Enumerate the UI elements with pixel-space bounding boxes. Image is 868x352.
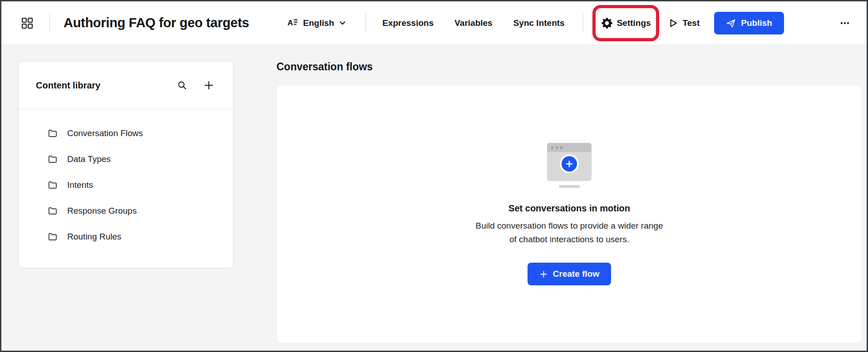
library-search-button[interactable] xyxy=(175,78,189,93)
folder-icon xyxy=(48,154,58,164)
sidebar-item-label: Intents xyxy=(67,180,93,190)
plus-circle-icon xyxy=(560,154,579,173)
content-library-header: Content library xyxy=(19,62,233,109)
language-label: English xyxy=(303,18,335,28)
folder-icon xyxy=(48,180,58,190)
settings-button[interactable]: Settings xyxy=(602,18,651,29)
publish-label: Publish xyxy=(741,18,772,28)
browser-dot xyxy=(551,147,553,149)
grid-icon xyxy=(20,16,34,30)
settings-label: Settings xyxy=(617,18,651,28)
sidebar-item-routing-rules[interactable]: Routing Rules xyxy=(19,224,233,249)
nav-variables[interactable]: Variables xyxy=(454,18,492,28)
topbar-nav: Expressions Variables Sync Intents xyxy=(382,18,564,28)
ellipsis-icon xyxy=(838,17,851,29)
sidebar-item-label: Data Types xyxy=(67,154,111,164)
sidebar-item-label: Conversation Flows xyxy=(67,128,143,138)
test-button[interactable]: Test xyxy=(668,18,700,28)
illustration-shadow-line xyxy=(559,185,580,188)
folder-icon xyxy=(48,206,58,216)
play-icon xyxy=(668,18,678,28)
settings-annotated-area: Settings xyxy=(602,18,651,29)
sidebar-item-intents[interactable]: Intents xyxy=(19,172,233,198)
sidebar-item-conversation-flows[interactable]: Conversation Flows xyxy=(19,120,233,146)
folder-icon xyxy=(48,232,58,242)
paper-plane-icon xyxy=(726,18,736,28)
content-library-title: Content library xyxy=(36,80,163,91)
sidebar-item-response-groups[interactable]: Response Groups xyxy=(19,198,233,224)
empty-state-description: Build conversation flows to provide a wi… xyxy=(471,219,667,246)
nav-expressions[interactable]: Expressions xyxy=(382,18,434,28)
sidebar-item-label: Routing Rules xyxy=(67,232,121,242)
topbar-divider xyxy=(49,13,50,33)
browser-dot xyxy=(556,147,558,149)
topbar-divider xyxy=(583,13,583,33)
apps-menu-button[interactable] xyxy=(19,15,36,32)
empty-state-title: Set conversations in motion xyxy=(508,203,630,214)
plus-icon xyxy=(203,79,215,91)
page-title: Authoring FAQ for geo targets xyxy=(64,15,249,30)
browser-window-plus-illustration xyxy=(547,143,592,188)
overflow-menu-button[interactable] xyxy=(837,15,853,31)
language-selector[interactable]: A English xyxy=(286,17,347,29)
topbar: Authoring FAQ for geo targets A English … xyxy=(1,1,867,45)
svg-text:A: A xyxy=(287,19,293,27)
content-library-panel: Content library xyxy=(18,61,233,268)
browser-dot xyxy=(560,147,562,149)
section-heading: Conversation flows xyxy=(276,61,373,73)
content-library-list: Conversation Flows Data Types Intents xyxy=(19,109,233,260)
browser-window-graphic xyxy=(547,143,592,181)
create-flow-label: Create flow xyxy=(553,269,599,279)
chevron-down-icon xyxy=(339,19,346,27)
app-window: Authoring FAQ for geo targets A English … xyxy=(0,0,868,352)
nav-sync-intents[interactable]: Sync Intents xyxy=(513,18,565,28)
sidebar-item-data-types[interactable]: Data Types xyxy=(19,146,233,172)
library-add-button[interactable] xyxy=(201,78,217,93)
test-label: Test xyxy=(683,18,700,28)
translate-icon: A xyxy=(286,17,299,29)
sidebar-item-label: Response Groups xyxy=(67,206,137,216)
folder-icon xyxy=(48,128,58,138)
browser-titlebar-graphic xyxy=(547,143,592,152)
conversation-flows-panel: Set conversations in motion Build conver… xyxy=(276,85,862,343)
plus-icon xyxy=(539,270,548,279)
topbar-divider xyxy=(365,13,366,33)
search-icon xyxy=(177,80,187,91)
gear-icon xyxy=(602,18,612,29)
publish-button[interactable]: Publish xyxy=(714,12,784,34)
create-flow-button[interactable]: Create flow xyxy=(528,263,611,285)
